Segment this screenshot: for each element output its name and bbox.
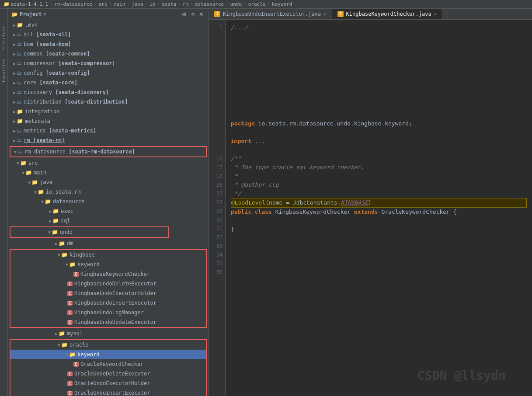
tree-item-sql[interactable]: ▶ 📁 sql (8, 216, 209, 226)
tree-arrow[interactable]: ▶ (49, 209, 52, 214)
breadcrumb-item[interactable]: oracle (248, 1, 266, 7)
tree-arrow[interactable]: ▼ (41, 199, 44, 204)
sidebar-close-button[interactable]: ✕ (198, 10, 205, 18)
breadcrumb-item[interactable]: src (98, 1, 107, 7)
tree-arrow[interactable]: ▶ (55, 241, 58, 246)
tree-item-core[interactable]: ▶ 🗂 core [seata-core] (8, 78, 209, 87)
tree-arrow[interactable]: ▼ (34, 190, 37, 195)
tree-item-java[interactable]: ▼ 📁 java (8, 177, 209, 187)
tree-item-keyword-kb[interactable]: ▼ 📁 keyword (10, 260, 206, 269)
tree-item-oracle-insert[interactable]: C OracleUndoInsertExecutor (10, 388, 206, 396)
tree-item-label: KingbaseUndoUpdateExecutor (74, 319, 156, 325)
tree-item-dm[interactable]: ▶ 📁 dm (8, 239, 209, 248)
vert-tab-structure[interactable]: Structure (1, 26, 6, 50)
vert-tab-favorites[interactable]: Favorites (1, 59, 6, 82)
tree-item-bom[interactable]: ▶ 🗂 bom [seata-bom] (8, 39, 209, 49)
tree-item-config[interactable]: ▶ 🗂 config [seata-config] (8, 68, 209, 78)
breadcrumb-item[interactable]: datasource (195, 1, 224, 7)
tree-arrow[interactable]: ▼ (22, 170, 24, 175)
tree-item-keyword-oracle[interactable]: ▼ 📁 keyword (10, 350, 206, 359)
breadcrumb-item[interactable]: seata (162, 1, 176, 7)
tree-item-oracle-keyword-checker[interactable]: C OracleKeywordChecker (10, 359, 206, 369)
tree-arrow[interactable]: ▶ (13, 138, 16, 143)
tree-arrow[interactable]: ▼ (14, 149, 17, 154)
sidebar-dropdown-arrow[interactable]: ▼ (44, 12, 46, 17)
tree-item-rm[interactable]: ▶ 🗂 rm [seata-rm] (8, 135, 209, 145)
tree-item-discovery[interactable]: ▶ 🗂 discovery [seata-discovery] (8, 87, 209, 97)
tree-arrow[interactable]: ▶ (49, 219, 52, 223)
tree-arrow[interactable]: ▶ (13, 119, 16, 124)
tree-arrow[interactable]: ▶ (13, 52, 16, 56)
tree-arrow[interactable]: ▶ (13, 129, 16, 133)
class-icon: C (67, 391, 73, 396)
code-editor[interactable]: /.../ package io.seata.rm.datasource.und… (226, 20, 532, 396)
tree-item-kingbase-delete[interactable]: C KingbaseUndoDeleteExecutor (10, 279, 206, 288)
sidebar-settings-button[interactable]: ≡ (190, 10, 196, 18)
tree-item-kingbase-insert[interactable]: C KingbaseUndoInsertExecutor (10, 298, 206, 308)
tree-arrow[interactable]: ▼ (17, 161, 19, 166)
tree-arrow[interactable]: ▶ (13, 23, 16, 28)
tree-item-kingbase-keyword-checker[interactable]: C KingbaseKeywordChecker (10, 269, 206, 279)
tree-item-io-seata[interactable]: ▼ 📁 io.seata.rm (8, 187, 209, 197)
tree-item-compressor[interactable]: ▶ 🗂 compressor [seata-compressor] (8, 59, 209, 68)
breadcrumb-item[interactable]: keyword (272, 1, 292, 7)
tree-item-kingbase-log-manager[interactable]: C KingbaseUndoLogManager (10, 308, 206, 317)
tab-close-button[interactable]: ✕ (323, 11, 327, 17)
tab-kingbase-keyword[interactable]: J KingbaseKeywordChecker.java ✕ (332, 9, 443, 19)
tree-item-label: kingbase (70, 252, 95, 258)
tree-item-mvn[interactable]: ▶ 📁 .mvn (8, 20, 209, 30)
tree-arrow[interactable]: ▶ (13, 61, 16, 66)
class-icon: C (67, 372, 73, 376)
tree-item-distribution[interactable]: ▶ 🗂 distribution [seata-distribution] (8, 97, 209, 107)
breadcrumb-item[interactable]: java (132, 1, 143, 7)
tree-item-kingbase-update[interactable]: C KingbaseUndoUpdateExecutor (10, 317, 206, 327)
tree-arrow[interactable]: ▼ (48, 230, 51, 235)
tree-arrow[interactable]: ▼ (66, 262, 68, 267)
breadcrumb-item[interactable]: undo (230, 1, 242, 7)
tree-arrow[interactable]: ▼ (58, 253, 60, 257)
tree-item-all[interactable]: ▶ 🗂 all [seata-all] (8, 30, 209, 39)
tree-arrow[interactable]: ▶ (13, 100, 16, 104)
tree-arrow[interactable]: ▼ (28, 180, 31, 185)
tree-item-integration[interactable]: ▶ 📁 integration (8, 107, 209, 116)
tree-item-rm-datasource[interactable]: ▼ 🗂 rm-datasource [seata-rm-datasource] (10, 147, 206, 156)
breadcrumb-item[interactable]: rm-datasource (55, 1, 92, 7)
tree-item-metadata[interactable]: ▶ 📁 metadata (8, 116, 209, 126)
folder-icon: 📁 (17, 118, 23, 124)
tree-item-kingbase[interactable]: ▼ 📁 kingbase (10, 250, 206, 260)
tree-item-oracle[interactable]: ▼ 📁 oracle (10, 340, 206, 350)
java-file-icon: J (337, 11, 344, 17)
tree-item-common[interactable]: ▶ 🗂 common [seata-common] (8, 49, 209, 59)
tree-arrow[interactable]: ▼ (66, 352, 68, 357)
tree-item-metrics[interactable]: ▶ 🗂 metrics [seata-metrics] (8, 126, 209, 135)
code-line (231, 234, 527, 243)
tree-item-oracle-delete[interactable]: C OracleUndoDeleteExecutor (10, 369, 206, 379)
tab-close-button[interactable]: ✕ (434, 11, 437, 17)
oracle-redbox: ▼ 📁 oracle ▼ 📁 keyword C OracleKeywordCh… (10, 339, 207, 396)
breadcrumb-item[interactable]: seata-1.4.1.1 (10, 1, 48, 7)
breadcrumb-item[interactable]: io (150, 1, 155, 7)
tree-arrow[interactable]: ▼ (58, 343, 60, 347)
tree-arrow[interactable]: ▶ (13, 90, 16, 95)
tree-item-datasource[interactable]: ▼ 📁 datasource (8, 197, 209, 206)
tree-item-main[interactable]: ▼ 📁 main (8, 168, 209, 177)
class-icon: C (67, 381, 73, 386)
tree-item-undo[interactable]: ▼ 📁 undo (10, 227, 168, 237)
tree-arrow[interactable]: ▶ (13, 71, 16, 76)
tree-item-mysql[interactable]: ▶ 📁 mysql (8, 329, 209, 338)
tree-item-kingbase-executor-holder[interactable]: C KingbaseUndoExecutorHolder (10, 288, 206, 298)
tree-arrow[interactable]: ▶ (55, 331, 58, 336)
tree-arrow[interactable]: ▶ (13, 80, 16, 85)
tree-item-src[interactable]: ▼ 📁 src (8, 158, 209, 168)
tree-arrow[interactable]: ▶ (13, 42, 16, 47)
tree-arrow[interactable]: ▶ (13, 32, 16, 37)
tree-item-oracle-executor-holder[interactable]: C OracleUndoExecutorHolder (10, 379, 206, 388)
sidebar-add-button[interactable]: ⊕ (181, 10, 188, 18)
tab-kingbase-insert[interactable]: J KingbaseUndoInsertExecutor.java ✕ (209, 9, 332, 19)
breadcrumb-item[interactable]: rm (183, 1, 188, 7)
tree-item-label: OracleUndoExecutorHolder (74, 380, 150, 386)
code-line: */ (231, 189, 527, 198)
breadcrumb-item[interactable]: main (114, 1, 125, 7)
tree-item-exec[interactable]: ▶ 📁 exec (8, 206, 209, 216)
tree-arrow[interactable]: ▶ (13, 109, 16, 114)
